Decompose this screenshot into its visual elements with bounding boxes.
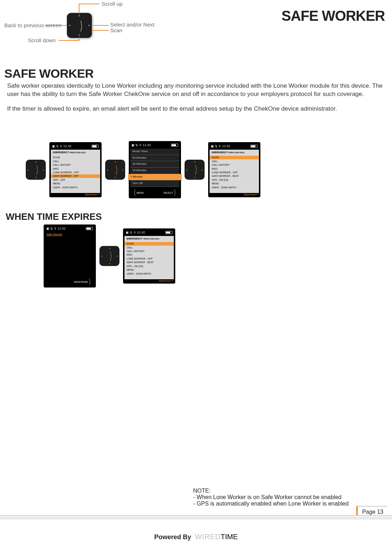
list-item[interactable]: USER - JOHN SMITH bbox=[212, 185, 257, 189]
device-screen-4: 6 11:42 Safe Worker RESPONSE 〉 bbox=[44, 224, 96, 288]
list-item[interactable]: CALL HISTORY bbox=[53, 163, 98, 167]
list-item-highlighted[interactable]: 7 Minutes bbox=[128, 174, 182, 180]
battery-icon bbox=[171, 144, 178, 147]
intro-p1: Safe worker operates identically to Lone… bbox=[7, 82, 385, 98]
device-screen-5: 6 11:42 EMERGENCY PRESS AND HOLD SCAN CA… bbox=[123, 228, 175, 284]
bluetooth-icon bbox=[56, 144, 59, 148]
menu-list: SCAN CALL CALL HISTORY MSG LONE WORKER -… bbox=[124, 241, 174, 279]
list-item[interactable]: Turn Off bbox=[130, 180, 180, 187]
list-item[interactable]: MENU bbox=[53, 182, 98, 185]
menu-list: SCAN CALL CALL HISTORY MSG LONE WORKER -… bbox=[210, 155, 259, 193]
emergency-banner[interactable]: EMERGENCY PRESS AND HOLD bbox=[210, 150, 259, 155]
list-item[interactable]: GPS - ON (15) bbox=[127, 264, 172, 268]
intro-p2: If the timer is allowed to expire, an em… bbox=[7, 105, 385, 113]
subhead-expires: WHEN TIME EXPIRES bbox=[6, 211, 388, 222]
device-screen-1: 6 11:42 EMERGENCY PRESS AND HOLD SCAN CA… bbox=[49, 142, 102, 197]
list-item[interactable]: MSG bbox=[127, 253, 172, 257]
powered-by: Powered By WIREDTIME bbox=[154, 533, 238, 541]
list-item-highlighted[interactable]: SAFE WORKER - OFF bbox=[51, 174, 100, 178]
list-item[interactable]: MENU bbox=[127, 268, 172, 272]
note-title: NOTE: bbox=[193, 488, 349, 494]
list-item[interactable]: MSG bbox=[53, 167, 98, 170]
timer-menu: Reset Timer 60 Minutes 30 Minutes 15 Min… bbox=[130, 149, 180, 187]
nav-mini-icon: 〉 bbox=[185, 160, 205, 180]
battery-icon bbox=[250, 145, 258, 148]
signal-icon bbox=[46, 227, 49, 230]
list-item[interactable]: LONE WORKER - OFF bbox=[212, 170, 257, 174]
list-item[interactable]: GPS - ON (15) bbox=[212, 178, 257, 182]
section-title: SAFE WORKER bbox=[4, 67, 388, 81]
battery-icon bbox=[86, 227, 93, 230]
scroll-up-label: Scroll up bbox=[102, 1, 122, 7]
menu-button[interactable]: MENU bbox=[137, 192, 144, 194]
list-item[interactable]: 30 Minutes bbox=[130, 161, 180, 168]
chevron-right-icon: 〉 bbox=[80, 19, 85, 35]
battery-icon bbox=[165, 231, 172, 234]
bluetooth-icon bbox=[135, 143, 138, 147]
nav-diagram: 〉 Scroll up Back to previous screen Sele… bbox=[4, 2, 388, 45]
back-label: Back to previous screen bbox=[4, 22, 67, 28]
safe-worker-title: Safe Worker bbox=[44, 232, 96, 237]
list-item[interactable]: CALL HISTORY bbox=[212, 163, 257, 167]
nav-mini-icon: 〉 bbox=[105, 160, 125, 180]
list-item[interactable]: 15 Minutes bbox=[130, 168, 180, 174]
list-item[interactable]: SAFE WORKER - 00:07 bbox=[127, 261, 172, 264]
bluetooth-icon bbox=[129, 231, 132, 235]
list-item[interactable]: USER - JOHN SMITH bbox=[127, 272, 172, 275]
select-button[interactable]: SELECT bbox=[163, 192, 173, 194]
select-label: Select and/or Next bbox=[110, 21, 154, 28]
chevron-right-icon[interactable]: 〉 bbox=[89, 277, 92, 286]
emergency-banner[interactable]: EMERGENCY PRESS AND HOLD bbox=[124, 236, 174, 241]
brand-label: WiredTime™ bbox=[49, 193, 102, 197]
chevron-left-icon[interactable]: 〈 bbox=[133, 188, 136, 197]
scroll-down-label: Scroll down bbox=[28, 37, 56, 43]
list-item-highlighted[interactable]: SCAN bbox=[210, 156, 259, 159]
list-item[interactable]: CALL bbox=[127, 246, 172, 249]
brand-label: WiredTime™ bbox=[123, 279, 175, 283]
page-number: Page 13 bbox=[356, 506, 387, 515]
list-item[interactable]: CALL bbox=[53, 159, 98, 163]
device-screen-2: 6 11:42 Reset Timer 60 Minutes 30 Minute… bbox=[129, 141, 181, 198]
scan-label: Scan bbox=[110, 27, 122, 33]
list-item[interactable]: USER - JOHN SMITH bbox=[53, 185, 98, 189]
list-item[interactable]: 60 Minutes bbox=[130, 155, 180, 161]
nav-mini-icon: 〉 bbox=[99, 246, 119, 266]
response-button[interactable]: RESPONSE bbox=[74, 281, 88, 283]
list-item[interactable]: SCAN bbox=[53, 156, 98, 159]
signal-icon bbox=[132, 143, 134, 147]
bluetooth-icon bbox=[215, 144, 217, 148]
chevron-right-icon[interactable]: 〉 bbox=[174, 188, 177, 197]
list-item-highlighted[interactable]: SCAN bbox=[124, 242, 174, 246]
device-screen-3: 6 11:42 EMERGENCY PRESS AND HOLD SCAN CA… bbox=[208, 142, 260, 197]
list-item[interactable]: CALL bbox=[212, 159, 257, 163]
footer-rule bbox=[0, 515, 392, 520]
menu-list: SCAN CALL CALL HISTORY MSG LONE WORKER -… bbox=[51, 155, 100, 193]
nav-mini-icon: 〉 bbox=[26, 160, 46, 180]
emergency-banner[interactable]: EMERGENCY PRESS AND HOLD bbox=[51, 150, 100, 155]
list-item[interactable]: GPS - OFF bbox=[53, 178, 98, 182]
list-item[interactable]: Reset Timer bbox=[130, 149, 180, 155]
list-item[interactable]: SAFE WORKER - 00:07 bbox=[212, 174, 257, 178]
list-item[interactable]: LONE WORKER - OFF bbox=[53, 170, 98, 174]
list-item[interactable]: LONE WORKER - OFF bbox=[127, 257, 172, 260]
bluetooth-icon bbox=[50, 227, 53, 231]
brand-label: WiredTime™ bbox=[208, 193, 260, 197]
note-line-1: - When Lone Worker is on Safe Worker can… bbox=[193, 494, 349, 501]
list-item[interactable]: CALL HISTORY bbox=[127, 250, 172, 253]
list-item[interactable]: MSG bbox=[212, 167, 257, 170]
signal-icon bbox=[126, 231, 128, 234]
signal-icon bbox=[52, 144, 54, 148]
signal-icon bbox=[211, 144, 213, 148]
list-item[interactable]: MENU bbox=[212, 182, 257, 185]
note-block: NOTE: - When Lone Worker is on Safe Work… bbox=[193, 488, 349, 507]
battery-icon bbox=[92, 145, 99, 148]
note-line-2: - GPS is automatically enabled when Lone… bbox=[193, 501, 349, 507]
nav-pad-illustration: 〉 bbox=[67, 13, 92, 38]
